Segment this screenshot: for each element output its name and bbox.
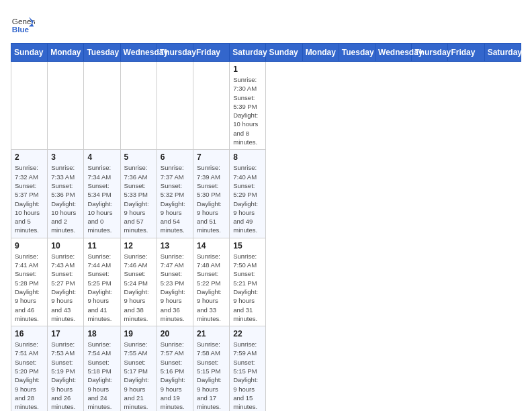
cell-info: Sunrise: 7:47 AM Sunset: 5:23 PM Dayligh… bbox=[161, 252, 189, 323]
calendar-cell bbox=[84, 62, 120, 150]
calendar-cell: 15Sunrise: 7:50 AM Sunset: 5:21 PM Dayli… bbox=[230, 238, 266, 326]
day-number: 4 bbox=[87, 152, 116, 162]
day-number: 12 bbox=[124, 241, 153, 250]
cell-info: Sunrise: 7:50 AM Sunset: 5:21 PM Dayligh… bbox=[233, 252, 262, 323]
calendar-table: SundayMondayTuesdayWednesdayThursdayFrid… bbox=[11, 43, 521, 411]
cell-info: Sunrise: 7:46 AM Sunset: 5:24 PM Dayligh… bbox=[124, 252, 153, 323]
day-number: 15 bbox=[233, 241, 262, 250]
calendar-cell: 9Sunrise: 7:41 AM Sunset: 5:28 PM Daylig… bbox=[11, 238, 48, 326]
calendar-cell: 17Sunrise: 7:53 AM Sunset: 5:19 PM Dayli… bbox=[48, 326, 84, 411]
calendar-cell: 3Sunrise: 7:33 AM Sunset: 5:36 PM Daylig… bbox=[48, 150, 84, 238]
calendar-cell: 18Sunrise: 7:54 AM Sunset: 5:18 PM Dayli… bbox=[84, 326, 120, 411]
col-header-wednesday: Wednesday bbox=[120, 44, 157, 62]
col-header-saturday: Saturday bbox=[484, 44, 521, 62]
col-header-thursday: Thursday bbox=[157, 44, 193, 62]
calendar-cell: 6Sunrise: 7:37 AM Sunset: 5:32 PM Daylig… bbox=[157, 150, 193, 238]
cell-info: Sunrise: 7:30 AM Sunset: 5:39 PM Dayligh… bbox=[233, 75, 262, 146]
day-number: 10 bbox=[51, 241, 80, 250]
day-number: 20 bbox=[161, 329, 189, 338]
day-number: 16 bbox=[15, 329, 44, 338]
cell-info: Sunrise: 7:41 AM Sunset: 5:28 PM Dayligh… bbox=[15, 252, 44, 323]
cell-info: Sunrise: 7:40 AM Sunset: 5:29 PM Dayligh… bbox=[233, 163, 262, 234]
day-number: 19 bbox=[124, 329, 153, 338]
col-header-sunday: Sunday bbox=[266, 44, 302, 62]
col-header-tuesday: Tuesday bbox=[84, 44, 120, 62]
day-number: 13 bbox=[161, 241, 189, 250]
cell-info: Sunrise: 7:59 AM Sunset: 5:15 PM Dayligh… bbox=[233, 340, 262, 411]
day-number: 6 bbox=[161, 152, 189, 162]
col-header-friday: Friday bbox=[448, 44, 484, 62]
header-row: SundayMondayTuesdayWednesdayThursdayFrid… bbox=[11, 44, 521, 62]
logo-icon: General Blue bbox=[11, 11, 35, 35]
cell-info: Sunrise: 7:37 AM Sunset: 5:32 PM Dayligh… bbox=[161, 163, 189, 234]
calendar-cell: 10Sunrise: 7:43 AM Sunset: 5:27 PM Dayli… bbox=[48, 238, 84, 326]
calendar-cell bbox=[157, 62, 193, 150]
calendar-cell bbox=[48, 62, 84, 150]
calendar-cell: 4Sunrise: 7:34 AM Sunset: 5:34 PM Daylig… bbox=[84, 150, 120, 238]
day-number: 7 bbox=[197, 152, 226, 162]
day-number: 21 bbox=[197, 329, 226, 338]
col-header-thursday: Thursday bbox=[412, 44, 448, 62]
page-header: General Blue bbox=[11, 11, 521, 35]
cell-info: Sunrise: 7:44 AM Sunset: 5:25 PM Dayligh… bbox=[87, 252, 116, 323]
col-header-monday: Monday bbox=[48, 44, 84, 62]
cell-info: Sunrise: 7:57 AM Sunset: 5:16 PM Dayligh… bbox=[161, 340, 189, 411]
cell-info: Sunrise: 7:34 AM Sunset: 5:34 PM Dayligh… bbox=[87, 163, 116, 234]
calendar-cell: 20Sunrise: 7:57 AM Sunset: 5:16 PM Dayli… bbox=[157, 326, 193, 411]
calendar-cell: 13Sunrise: 7:47 AM Sunset: 5:23 PM Dayli… bbox=[157, 238, 193, 326]
calendar-cell: 5Sunrise: 7:36 AM Sunset: 5:33 PM Daylig… bbox=[120, 150, 157, 238]
cell-info: Sunrise: 7:43 AM Sunset: 5:27 PM Dayligh… bbox=[51, 252, 80, 323]
cell-info: Sunrise: 7:32 AM Sunset: 5:37 PM Dayligh… bbox=[15, 163, 44, 234]
day-number: 22 bbox=[233, 329, 262, 338]
calendar-cell: 21Sunrise: 7:58 AM Sunset: 5:15 PM Dayli… bbox=[193, 326, 230, 411]
col-header-sunday: Sunday bbox=[11, 44, 48, 62]
col-header-friday: Friday bbox=[193, 44, 230, 62]
calendar-cell: 11Sunrise: 7:44 AM Sunset: 5:25 PM Dayli… bbox=[84, 238, 120, 326]
calendar-cell: 7Sunrise: 7:39 AM Sunset: 5:30 PM Daylig… bbox=[193, 150, 230, 238]
calendar-cell: 8Sunrise: 7:40 AM Sunset: 5:29 PM Daylig… bbox=[230, 150, 266, 238]
day-number: 1 bbox=[233, 64, 262, 74]
day-number: 14 bbox=[197, 241, 226, 250]
calendar-cell: 14Sunrise: 7:48 AM Sunset: 5:22 PM Dayli… bbox=[193, 238, 230, 326]
cell-info: Sunrise: 7:54 AM Sunset: 5:18 PM Dayligh… bbox=[87, 340, 116, 411]
cell-info: Sunrise: 7:39 AM Sunset: 5:30 PM Dayligh… bbox=[197, 163, 226, 234]
col-header-wednesday: Wednesday bbox=[375, 44, 412, 62]
col-header-saturday: Saturday bbox=[230, 44, 266, 62]
day-number: 8 bbox=[233, 152, 262, 162]
day-number: 2 bbox=[15, 152, 44, 162]
cell-info: Sunrise: 7:58 AM Sunset: 5:15 PM Dayligh… bbox=[197, 340, 226, 411]
calendar-cell: 19Sunrise: 7:55 AM Sunset: 5:17 PM Dayli… bbox=[120, 326, 157, 411]
day-number: 17 bbox=[51, 329, 80, 338]
day-number: 5 bbox=[124, 152, 153, 162]
cell-info: Sunrise: 7:51 AM Sunset: 5:20 PM Dayligh… bbox=[15, 340, 44, 411]
col-header-tuesday: Tuesday bbox=[339, 44, 375, 62]
calendar-cell bbox=[193, 62, 230, 150]
col-header-monday: Monday bbox=[302, 44, 339, 62]
day-number: 3 bbox=[51, 152, 80, 162]
calendar-cell: 12Sunrise: 7:46 AM Sunset: 5:24 PM Dayli… bbox=[120, 238, 157, 326]
day-number: 18 bbox=[87, 329, 116, 338]
calendar-cell: 16Sunrise: 7:51 AM Sunset: 5:20 PM Dayli… bbox=[11, 326, 48, 411]
calendar-cell: 22Sunrise: 7:59 AM Sunset: 5:15 PM Dayli… bbox=[230, 326, 266, 411]
calendar-cell bbox=[120, 62, 157, 150]
cell-info: Sunrise: 7:33 AM Sunset: 5:36 PM Dayligh… bbox=[51, 163, 80, 234]
cell-info: Sunrise: 7:48 AM Sunset: 5:22 PM Dayligh… bbox=[197, 252, 226, 323]
day-number: 11 bbox=[87, 241, 116, 250]
cell-info: Sunrise: 7:36 AM Sunset: 5:33 PM Dayligh… bbox=[124, 163, 153, 234]
calendar-cell bbox=[11, 62, 48, 150]
logo: General Blue bbox=[11, 11, 38, 35]
cell-info: Sunrise: 7:55 AM Sunset: 5:17 PM Dayligh… bbox=[124, 340, 153, 411]
calendar-cell: 2Sunrise: 7:32 AM Sunset: 5:37 PM Daylig… bbox=[11, 150, 48, 238]
calendar-cell: 1Sunrise: 7:30 AM Sunset: 5:39 PM Daylig… bbox=[230, 62, 266, 150]
day-number: 9 bbox=[15, 241, 44, 250]
svg-text:Blue: Blue bbox=[12, 25, 30, 34]
cell-info: Sunrise: 7:53 AM Sunset: 5:19 PM Dayligh… bbox=[51, 340, 80, 411]
